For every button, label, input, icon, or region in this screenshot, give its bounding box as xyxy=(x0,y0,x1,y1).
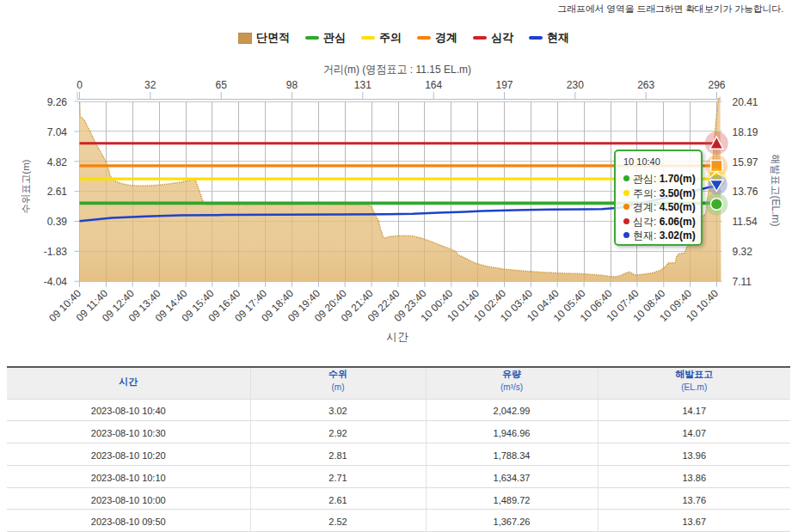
svg-text:13.76: 13.76 xyxy=(733,186,758,198)
svg-text:296: 296 xyxy=(708,79,725,91)
svg-text:164: 164 xyxy=(425,79,442,91)
svg-text:시간: 시간 xyxy=(387,331,409,343)
svg-text:0.39: 0.39 xyxy=(47,216,68,228)
svg-text:65: 65 xyxy=(216,79,228,91)
svg-text:7.04: 7.04 xyxy=(47,126,68,138)
svg-text:2.61: 2.61 xyxy=(47,186,68,198)
svg-text:230: 230 xyxy=(567,79,584,91)
svg-text:0: 0 xyxy=(77,79,83,91)
svg-text:32: 32 xyxy=(144,79,157,91)
svg-text:-4.04: -4.04 xyxy=(44,276,68,288)
svg-text:거리(m) (영점표고 : 11.15 EL.m): 거리(m) (영점표고 : 11.15 EL.m) xyxy=(323,63,471,76)
svg-text:20.41: 20.41 xyxy=(733,96,758,108)
svg-text:15.97: 15.97 xyxy=(733,156,758,168)
svg-text:18.19: 18.19 xyxy=(733,126,758,138)
svg-text:4.82: 4.82 xyxy=(47,156,68,168)
svg-text:7.11: 7.11 xyxy=(733,276,752,288)
svg-text:해발표고(EL.m): 해발표고(EL.m) xyxy=(770,155,782,227)
svg-text:98: 98 xyxy=(286,79,298,91)
svg-text:9.32: 9.32 xyxy=(733,246,753,258)
svg-text:263: 263 xyxy=(637,79,654,91)
svg-text:11.54: 11.54 xyxy=(733,216,758,228)
svg-text:수위표고(m): 수위표고(m) xyxy=(21,159,31,213)
svg-text:197: 197 xyxy=(495,79,513,91)
svg-text:-1.83: -1.83 xyxy=(44,246,68,258)
svg-text:9.26: 9.26 xyxy=(47,96,68,108)
svg-text:131: 131 xyxy=(354,79,371,91)
